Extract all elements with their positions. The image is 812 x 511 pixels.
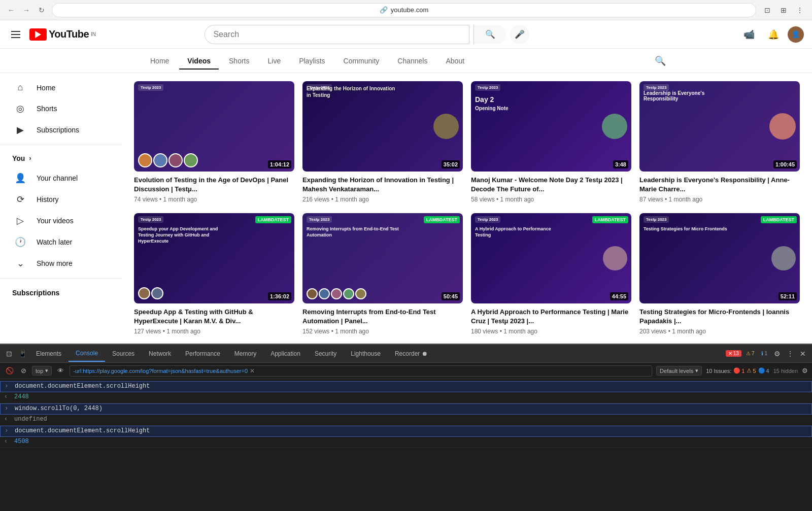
devtools-close-button[interactable]: ✕ — [798, 348, 808, 360]
console-line-3[interactable]: › window.scrollTo(0, 2448) — [0, 403, 812, 415]
search-input[interactable] — [205, 30, 469, 39]
speaker-photo-2 — [433, 114, 459, 139]
devtools-context-select[interactable]: top ▾ — [32, 366, 52, 376]
devtools-tab-recorder[interactable]: Recorder ⏺ — [388, 346, 435, 361]
devtools-hidden-gear-button[interactable]: ⚙ — [802, 367, 808, 374]
console-line-2: ‹ 2448 — [0, 392, 812, 403]
thumb-removing-text: Removing Interrupts from End-to-End Test… — [307, 226, 405, 238]
sidebar-item-home[interactable]: ⌂ Home — [2, 77, 120, 98]
face-2 — [153, 153, 167, 167]
devtools-settings-button[interactable]: ⚙ — [772, 348, 783, 360]
sidebar-item-shorts[interactable]: ◎ Shorts — [2, 98, 120, 119]
video-card-8[interactable]: Testµ 2023 LAMBDATEST Testing Strategies… — [639, 213, 800, 337]
video-title-4: Leadership is Everyone's Responsibility … — [639, 176, 800, 194]
video-card-4[interactable]: Testµ 2023 Leadership is Everyone's Resp… — [639, 81, 800, 205]
extensions-button[interactable]: ⊞ — [777, 4, 790, 16]
tab-about[interactable]: About — [437, 53, 472, 69]
face-5a — [138, 287, 150, 299]
video-card-2[interactable]: Testµ 2023 Expanding the Horizon of Inno… — [302, 81, 463, 205]
watch-later-icon: 🕐 — [14, 236, 26, 248]
devtools-panel: ⊡ 📱 Elements Console Sources Network Per… — [0, 344, 812, 511]
sidebar-subscriptions-heading: Subscriptions — [0, 283, 122, 299]
tab-live[interactable]: Live — [259, 53, 289, 69]
youtube-logo-country: IN — [91, 31, 96, 37]
notifications-button[interactable]: 🔔 — [763, 24, 784, 45]
devtools-tab-console[interactable]: Console — [69, 346, 105, 362]
forward-button[interactable]: → — [21, 5, 31, 15]
sidebar-item-your-videos[interactable]: ▷ Your videos — [2, 210, 120, 231]
console-line-5[interactable]: › document.documentElement.scrollHeight — [0, 426, 812, 437]
devtools-tab-performance[interactable]: Performance — [178, 346, 227, 361]
issues-warn-count: ⚠ 5 — [747, 367, 756, 374]
sidebar-item-subscriptions[interactable]: ▶ Subscriptions — [2, 119, 120, 141]
devtools-dots-button[interactable]: ⋮ — [785, 348, 796, 360]
tab-channels[interactable]: Channels — [389, 53, 435, 69]
tab-playlists[interactable]: Playlists — [291, 53, 333, 69]
sidebar-your-videos-label: Your videos — [37, 217, 74, 225]
refresh-button[interactable]: ↻ — [37, 5, 47, 15]
your-videos-icon: ▷ — [14, 215, 26, 226]
devtools-filter-button[interactable]: ⊘ — [19, 365, 28, 376]
devtools-tab-network[interactable]: Network — [142, 346, 178, 361]
devtools-device-button[interactable]: 📱 — [16, 348, 29, 360]
video-duration-5: 1:36:02 — [268, 292, 291, 300]
sidebar-item-your-channel[interactable]: 👤 Your channel — [2, 167, 120, 189]
youtube-logo[interactable]: YouTubeIN — [29, 28, 96, 41]
devtools-filter-url-bar[interactable]: -url:https://play.google.com/log?format=… — [70, 365, 652, 377]
thumb-badge-8: LAMBDATEST — [761, 216, 797, 223]
sidebar-subscriptions-label: Subscriptions — [37, 126, 79, 134]
hamburger-menu-button[interactable] — [8, 28, 23, 41]
search-button[interactable]: 🔍 — [473, 25, 506, 44]
sidebar-item-history[interactable]: ⟳ History — [2, 189, 120, 210]
devtools-levels-select[interactable]: Default levels ▾ — [656, 366, 702, 376]
video-meta-2: 216 views • 1 month ago — [302, 196, 463, 203]
video-card-1[interactable]: Testµ 2023 1:04:12 Evolution of Testing … — [134, 81, 294, 205]
video-card-5[interactable]: Testµ 2023 LAMBDATEST Speedup your App D… — [134, 213, 294, 337]
devtools-tab-elements[interactable]: Elements — [29, 346, 69, 361]
error-x-icon: ✕ — [728, 351, 732, 356]
voice-search-button[interactable]: 🎤 — [510, 25, 529, 44]
user-avatar-button[interactable]: 👤 — [788, 26, 804, 43]
console-line-4: ‹ undefined — [0, 415, 812, 426]
back-button[interactable]: ← — [6, 5, 16, 15]
devtools-tab-icons: ⊡ 📱 — [4, 348, 29, 360]
face-6d — [343, 288, 354, 299]
sidebar-item-show-more[interactable]: ⌄ Show more — [2, 253, 120, 274]
face-5b — [151, 287, 163, 299]
tab-home[interactable]: Home — [142, 53, 177, 69]
browser-url-text: youtube.com — [391, 6, 428, 14]
sidebar-you-section[interactable]: You › — [0, 149, 122, 167]
browser-menu-button[interactable]: ⋮ — [794, 4, 806, 16]
sidebar-item-watch-later[interactable]: 🕐 Watch later — [2, 231, 120, 253]
devtools-eye-button[interactable]: 👁 — [56, 365, 65, 376]
devtools-tab-application[interactable]: Application — [263, 346, 308, 361]
video-card-3[interactable]: Testµ 2023 Day 2Opening Note 3:48 Manoj … — [471, 81, 631, 205]
tab-community[interactable]: Community — [335, 53, 388, 69]
issues-label: 10 Issues: — [706, 368, 731, 374]
browser-url-bar[interactable]: 🔗 youtube.com — [52, 3, 756, 17]
url-lock-icon: 🔗 — [380, 6, 388, 14]
devtools-url-clear-button[interactable]: ✕ — [250, 367, 255, 374]
devtools-clear-button[interactable]: 🚫 — [4, 365, 15, 376]
devtools-tab-security[interactable]: Security — [308, 346, 344, 361]
search-bar[interactable] — [205, 25, 469, 44]
devtools-inspect-button[interactable]: ⊡ — [4, 348, 14, 360]
levels-label: Default levels — [660, 368, 693, 374]
screen-cast-button[interactable]: ⊡ — [761, 4, 773, 16]
devtools-hidden-count: 15 hidden — [773, 368, 798, 374]
video-card-6[interactable]: Testµ 2023 LAMBDATEST Removing Interrupt… — [302, 213, 463, 337]
devtools-tab-lighthouse[interactable]: Lighthouse — [344, 346, 388, 361]
devtools-tab-sources[interactable]: Sources — [105, 346, 142, 361]
devtools-tab-memory[interactable]: Memory — [227, 346, 263, 361]
channel-search-button[interactable]: 🔍 — [651, 51, 670, 71]
create-button[interactable]: 📹 — [739, 24, 759, 45]
video-thumbnail-2: Testµ 2023 Expanding the Horizon of Inno… — [302, 81, 463, 172]
tab-videos[interactable]: Videos — [179, 53, 219, 69]
hamburger-line-1 — [11, 31, 20, 32]
console-line-1[interactable]: › document.documentElement.scrollHeight — [0, 381, 812, 392]
youtube-header: YouTubeIN 🔍 🎤 📹 🔔 👤 — [0, 20, 812, 49]
video-card-7[interactable]: Testµ 2023 LAMBDATEST A Hybrid Approach … — [471, 213, 631, 337]
video-info-3: Manoj Kumar - Welcome Note Day 2 Testμ 2… — [471, 172, 631, 205]
devtools-console: › document.documentElement.scrollHeight … — [0, 379, 812, 511]
tab-shorts[interactable]: Shorts — [221, 53, 257, 69]
